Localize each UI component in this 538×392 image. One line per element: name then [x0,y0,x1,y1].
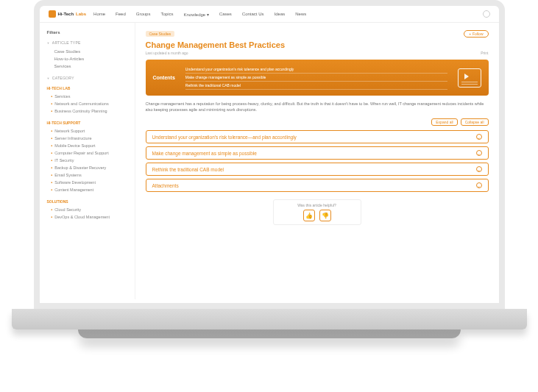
follow-button[interactable]: Follow [464,30,488,38]
nav-contact-us[interactable]: Contact Us [242,12,264,17]
sidebar-link[interactable]: Content Management [47,186,127,193]
sidebar-link[interactable]: DevOps & Cloud Management [47,213,127,221]
sidebar-link[interactable]: Mobile Device Support [47,142,127,149]
nav-ideas[interactable]: Ideas [275,12,286,17]
sidebar-link[interactable]: Services [47,93,127,100]
breadcrumb[interactable]: Case Studies [146,31,175,37]
expand-all-button[interactable]: Expand all [431,118,457,126]
nav-news[interactable]: News [295,12,306,17]
sidebar-link[interactable]: Email Systems [47,171,127,179]
logo-brand: Hi-Tech [58,12,74,16]
article-type-head[interactable]: ARTICLE TYPE [47,40,127,45]
expand-icon: ⌄ [476,166,482,172]
sidebar-link[interactable]: Network Support [47,127,127,135]
print-link[interactable]: Print [481,51,488,55]
expand-icon: ⌄ [476,150,482,156]
logo-icon [49,10,56,18]
nav: HomeFeedGroupsTopicsKnowledge ▾CasesCont… [93,12,475,17]
sidebar-category: SOLUTIONS [47,199,127,204]
header: Hi-Tech Labs HomeFeedGroupsTopicsKnowled… [40,6,499,23]
sidebar-link[interactable]: Network and Communications [47,100,127,107]
logo[interactable]: Hi-Tech Labs [49,10,87,18]
nav-cases[interactable]: Cases [219,12,232,17]
sidebar-link[interactable]: Software Development [47,179,127,186]
page-title: Change Management Best Practices [146,40,489,49]
section-accordion[interactable]: Attachments⌄ [146,179,489,192]
sidebar-link[interactable]: Cloud Security [47,206,127,213]
sidebar-category: HI-TECH SUPPORT [47,121,127,125]
helpful-box: Was this article helpful? 👍 👎 [273,199,361,225]
nav-topics[interactable]: Topics [160,12,173,17]
nav-knowledge-[interactable]: Knowledge ▾ [183,12,208,17]
contents-label: Contents [153,75,175,80]
contents-item[interactable]: Make change management as simple as poss… [185,74,447,82]
contents-item[interactable]: Rethink the traditional CAB model [185,82,447,90]
book-icon [458,68,481,88]
sidebar-link[interactable]: Server Infrastructure [47,135,127,142]
sidebar-link[interactable]: Backup & Disaster Recovery [47,164,127,171]
sidebar-link[interactable]: Computer Repair and Support [47,149,127,157]
sidebar: Filters ARTICLE TYPE Case StudiesHow-to-… [40,23,135,299]
nav-groups[interactable]: Groups [136,12,151,17]
sidebar-link[interactable]: IT Security [47,157,127,164]
contents-item[interactable]: Understand your organization's risk tole… [185,65,447,74]
logo-accent: Labs [76,12,86,16]
section-title: Understand your organization's risk tole… [152,135,297,140]
helpful-question: Was this article helpful? [277,203,358,207]
sidebar-category: HI-TECH LAB [47,86,127,90]
contents-box: Contents Understand your organization's … [146,60,489,96]
category-head[interactable]: CATEGORY [47,76,127,80]
expand-icon: ⌄ [476,182,482,188]
sidebar-item[interactable]: Services [47,63,127,70]
filters-title: Filters [47,30,127,35]
expand-icon: ⌄ [476,134,482,140]
sidebar-link[interactable]: Business Continuity Planning [47,107,127,115]
sidebar-item[interactable]: Case Studies [47,48,127,55]
nav-feed[interactable]: Feed [116,12,126,17]
sidebar-item[interactable]: How-to-Articles [47,55,127,63]
section-accordion[interactable]: Make change management as simple as poss… [146,146,489,160]
description: Change management has a reputation for b… [146,101,489,113]
section-accordion[interactable]: Understand your organization's risk tole… [146,130,489,143]
avatar[interactable] [483,10,490,18]
thumbs-up-button[interactable]: 👍 [303,210,315,221]
section-title: Rethink the traditional CAB model [152,167,224,172]
collapse-all-button[interactable]: Collapse all [461,118,489,126]
nav-home[interactable]: Home [93,12,105,17]
main-content: Case Studies Follow Change Management Be… [135,23,499,299]
section-title: Make change management as simple as poss… [152,151,257,156]
section-title: Attachments [152,183,179,188]
section-accordion[interactable]: Rethink the traditional CAB model⌄ [146,163,489,176]
thumbs-down-button[interactable]: 👎 [319,210,331,221]
updated-text: Last updated a month ago [146,51,188,55]
